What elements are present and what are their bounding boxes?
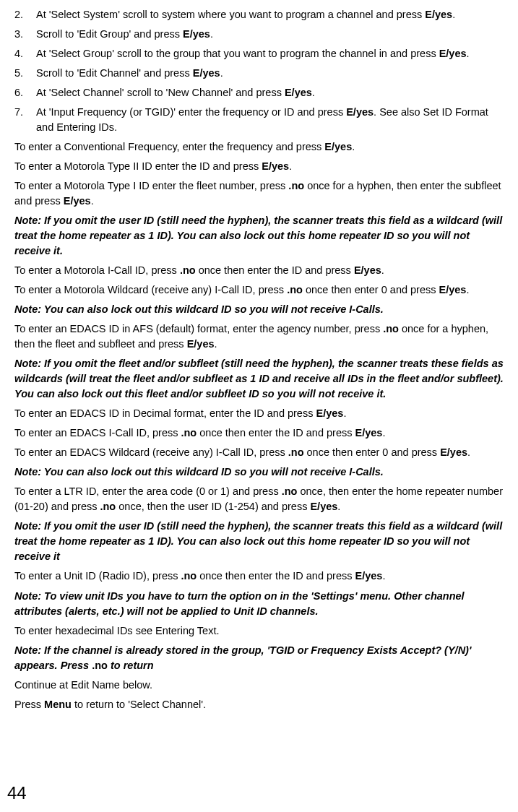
note-wildcard-icalls-2: Note: You can also lock out this wildcar… (14, 465, 504, 480)
step-7: 7.At 'Input Frequency (or TGID)' enter t… (14, 105, 504, 135)
note-channel-stored: Note: If the channel is already stored i… (14, 643, 504, 673)
step-2: 2.At 'Select System' scroll to system wh… (14, 7, 504, 22)
step-3: 3.Scroll to 'Edit Group' and press E/yes… (14, 27, 504, 42)
note-omit-user-id-1: Note: If you omit the user ID (still nee… (14, 213, 504, 259)
para-continue-edit-name: Continue at Edit Name below. (14, 678, 504, 693)
para-press-menu: Press Menu to return to 'Select Channel'… (14, 697, 504, 712)
para-edacs-afs: To enter an EDACS ID in AFS (default) fo… (14, 321, 504, 352)
step-4: 4.At 'Select Group' scroll to the group … (14, 46, 504, 61)
para-conventional-frequency: To enter a Conventional Frequency, enter… (14, 139, 504, 155)
instruction-steps: 2.At 'Select System' scroll to system wh… (14, 7, 504, 135)
para-motorola-wildcard: To enter a Motorola Wildcard (receive an… (14, 282, 504, 298)
para-hex-ids: To enter hexadecimal IDs see Entering Te… (14, 623, 504, 639)
para-ltr-id: To enter a LTR ID, enter the area code (… (14, 484, 504, 514)
para-edacs-icall: To enter an EDACS I-Call ID, press .no o… (14, 426, 504, 441)
para-unit-id: To enter a Unit ID (Radio ID), press .no… (14, 569, 504, 584)
step-5: 5.Scroll to 'Edit Channel' and press E/y… (14, 66, 504, 81)
step-6: 6.At 'Select Channel' scroll to 'New Cha… (14, 85, 504, 100)
note-wildcard-icalls-1: Note: You can also lock out this wildcar… (14, 302, 504, 317)
note-unit-ids: Note: To view unit IDs you have to turn … (14, 589, 504, 619)
para-edacs-wildcard: To enter an EDACS Wildcard (receive any)… (14, 445, 504, 460)
para-motorola-icall: To enter a Motorola I-Call ID, press .no… (14, 263, 504, 278)
para-motorola-type-i: To enter a Motorola Type I ID enter the … (14, 178, 504, 209)
para-edacs-decimal: To enter an EDACS ID in Decimal format, … (14, 406, 504, 421)
page-number: 44 (7, 781, 27, 806)
note-omit-user-id-2: Note: If you omit the user ID (still nee… (14, 519, 504, 564)
note-omit-fleet: Note: If you omit the fleet and/or subfl… (14, 356, 504, 402)
para-motorola-type-ii: To enter a Motorola Type II ID enter the… (14, 159, 504, 174)
